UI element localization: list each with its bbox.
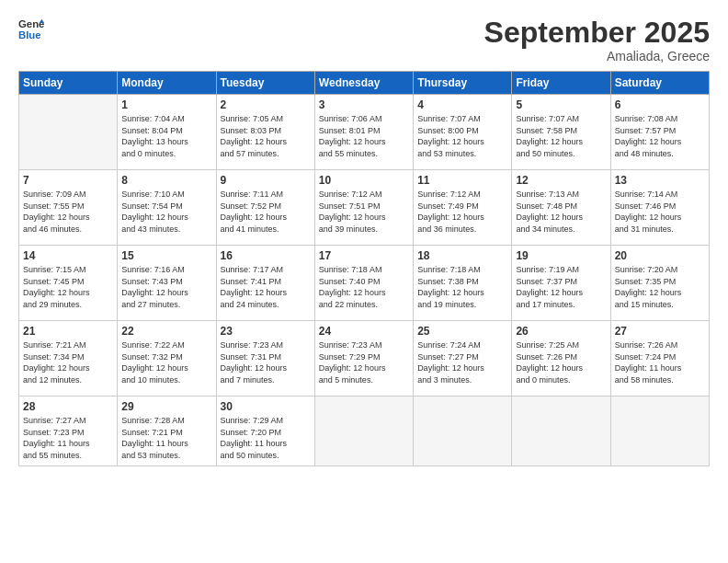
day-number: 26 — [516, 325, 606, 338]
page-header: General Blue September 2025 Amaliada, Gr… — [18, 17, 710, 63]
day-number: 3 — [319, 98, 409, 111]
day-info: Sunrise: 7:20 AM Sunset: 7:35 PM Dayligh… — [615, 264, 705, 310]
day-number: 5 — [516, 98, 606, 111]
day-number: 7 — [23, 174, 113, 187]
day-number: 15 — [121, 249, 211, 262]
day-info: Sunrise: 7:29 AM Sunset: 7:20 PM Dayligh… — [221, 415, 311, 461]
calendar-cell: 5Sunrise: 7:07 AM Sunset: 7:58 PM Daylig… — [512, 95, 610, 170]
calendar-cell: 29Sunrise: 7:28 AM Sunset: 7:21 PM Dayli… — [118, 396, 216, 465]
calendar-cell: 20Sunrise: 7:20 AM Sunset: 7:35 PM Dayli… — [610, 246, 709, 321]
calendar-cell: 25Sunrise: 7:24 AM Sunset: 7:27 PM Dayli… — [414, 321, 512, 396]
day-info: Sunrise: 7:12 AM Sunset: 7:51 PM Dayligh… — [319, 189, 409, 235]
day-number: 30 — [221, 400, 311, 413]
day-number: 20 — [615, 249, 705, 262]
day-info: Sunrise: 7:23 AM Sunset: 7:29 PM Dayligh… — [319, 339, 409, 385]
day-info: Sunrise: 7:27 AM Sunset: 7:23 PM Dayligh… — [23, 415, 113, 461]
calendar-cell — [414, 396, 512, 465]
header-monday: Monday — [118, 72, 216, 95]
calendar-week-1: 7Sunrise: 7:09 AM Sunset: 7:55 PM Daylig… — [19, 170, 710, 246]
calendar-cell: 9Sunrise: 7:11 AM Sunset: 7:52 PM Daylig… — [216, 170, 314, 246]
day-info: Sunrise: 7:15 AM Sunset: 7:45 PM Dayligh… — [23, 264, 113, 310]
calendar-cell: 7Sunrise: 7:09 AM Sunset: 7:55 PM Daylig… — [19, 170, 118, 246]
calendar-cell: 10Sunrise: 7:12 AM Sunset: 7:51 PM Dayli… — [314, 170, 413, 246]
day-number: 6 — [615, 98, 705, 111]
day-info: Sunrise: 7:04 AM Sunset: 8:04 PM Dayligh… — [121, 113, 211, 159]
day-number: 21 — [23, 325, 113, 338]
calendar-cell: 18Sunrise: 7:18 AM Sunset: 7:38 PM Dayli… — [414, 246, 512, 321]
day-info: Sunrise: 7:26 AM Sunset: 7:24 PM Dayligh… — [615, 339, 705, 385]
day-info: Sunrise: 7:17 AM Sunset: 7:41 PM Dayligh… — [221, 264, 311, 310]
header-row: Sunday Monday Tuesday Wednesday Thursday… — [19, 72, 710, 95]
day-number: 27 — [615, 325, 705, 338]
day-number: 4 — [417, 98, 507, 111]
calendar-cell: 15Sunrise: 7:16 AM Sunset: 7:43 PM Dayli… — [118, 246, 216, 321]
day-info: Sunrise: 7:14 AM Sunset: 7:46 PM Dayligh… — [615, 189, 705, 235]
calendar-week-4: 28Sunrise: 7:27 AM Sunset: 7:23 PM Dayli… — [19, 396, 710, 465]
calendar-table: Sunday Monday Tuesday Wednesday Thursday… — [18, 71, 710, 465]
day-number: 8 — [121, 174, 211, 187]
calendar-cell: 11Sunrise: 7:12 AM Sunset: 7:49 PM Dayli… — [414, 170, 512, 246]
day-number: 10 — [319, 174, 409, 187]
day-info: Sunrise: 7:25 AM Sunset: 7:26 PM Dayligh… — [516, 339, 606, 385]
calendar-cell — [610, 396, 709, 465]
calendar-cell: 24Sunrise: 7:23 AM Sunset: 7:29 PM Dayli… — [314, 321, 413, 396]
day-number: 29 — [121, 400, 211, 413]
day-info: Sunrise: 7:07 AM Sunset: 8:00 PM Dayligh… — [417, 113, 507, 159]
day-info: Sunrise: 7:18 AM Sunset: 7:40 PM Dayligh… — [319, 264, 409, 310]
location-subtitle: Amaliada, Greece — [484, 49, 710, 63]
header-thursday: Thursday — [414, 72, 512, 95]
calendar-page: General Blue September 2025 Amaliada, Gr… — [0, 0, 728, 563]
day-number: 25 — [417, 325, 507, 338]
day-number: 13 — [615, 174, 705, 187]
day-number: 9 — [221, 174, 311, 187]
day-number: 23 — [221, 325, 311, 338]
day-info: Sunrise: 7:18 AM Sunset: 7:38 PM Dayligh… — [417, 264, 507, 310]
logo: General Blue — [18, 17, 44, 42]
day-info: Sunrise: 7:23 AM Sunset: 7:31 PM Dayligh… — [221, 339, 311, 385]
day-info: Sunrise: 7:19 AM Sunset: 7:37 PM Dayligh… — [516, 264, 606, 310]
logo-icon: General Blue — [18, 17, 44, 42]
header-sunday: Sunday — [19, 72, 118, 95]
day-info: Sunrise: 7:21 AM Sunset: 7:34 PM Dayligh… — [23, 339, 113, 385]
day-number: 24 — [319, 325, 409, 338]
day-number: 28 — [23, 400, 113, 413]
calendar-cell: 8Sunrise: 7:10 AM Sunset: 7:54 PM Daylig… — [118, 170, 216, 246]
day-info: Sunrise: 7:11 AM Sunset: 7:52 PM Dayligh… — [221, 189, 311, 235]
header-friday: Friday — [512, 72, 610, 95]
header-tuesday: Tuesday — [216, 72, 314, 95]
day-number: 1 — [121, 98, 211, 111]
calendar-cell — [19, 95, 118, 170]
calendar-week-3: 21Sunrise: 7:21 AM Sunset: 7:34 PM Dayli… — [19, 321, 710, 396]
calendar-cell: 1Sunrise: 7:04 AM Sunset: 8:04 PM Daylig… — [118, 95, 216, 170]
calendar-cell: 23Sunrise: 7:23 AM Sunset: 7:31 PM Dayli… — [216, 321, 314, 396]
calendar-cell: 27Sunrise: 7:26 AM Sunset: 7:24 PM Dayli… — [610, 321, 709, 396]
calendar-week-2: 14Sunrise: 7:15 AM Sunset: 7:45 PM Dayli… — [19, 246, 710, 321]
calendar-cell — [314, 396, 413, 465]
calendar-cell: 4Sunrise: 7:07 AM Sunset: 8:00 PM Daylig… — [414, 95, 512, 170]
calendar-cell: 3Sunrise: 7:06 AM Sunset: 8:01 PM Daylig… — [314, 95, 413, 170]
day-info: Sunrise: 7:13 AM Sunset: 7:48 PM Dayligh… — [516, 189, 606, 235]
calendar-cell: 13Sunrise: 7:14 AM Sunset: 7:46 PM Dayli… — [610, 170, 709, 246]
calendar-cell — [512, 396, 610, 465]
calendar-cell: 22Sunrise: 7:22 AM Sunset: 7:32 PM Dayli… — [118, 321, 216, 396]
day-number: 19 — [516, 249, 606, 262]
day-number: 14 — [23, 249, 113, 262]
calendar-cell: 14Sunrise: 7:15 AM Sunset: 7:45 PM Dayli… — [19, 246, 118, 321]
day-info: Sunrise: 7:05 AM Sunset: 8:03 PM Dayligh… — [221, 113, 311, 159]
calendar-cell: 12Sunrise: 7:13 AM Sunset: 7:48 PM Dayli… — [512, 170, 610, 246]
calendar-cell: 16Sunrise: 7:17 AM Sunset: 7:41 PM Dayli… — [216, 246, 314, 321]
day-number: 18 — [417, 249, 507, 262]
day-info: Sunrise: 7:16 AM Sunset: 7:43 PM Dayligh… — [121, 264, 211, 310]
day-number: 11 — [417, 174, 507, 187]
svg-text:Blue: Blue — [18, 29, 41, 40]
calendar-cell: 30Sunrise: 7:29 AM Sunset: 7:20 PM Dayli… — [216, 396, 314, 465]
calendar-cell: 17Sunrise: 7:18 AM Sunset: 7:40 PM Dayli… — [314, 246, 413, 321]
day-info: Sunrise: 7:10 AM Sunset: 7:54 PM Dayligh… — [121, 189, 211, 235]
header-saturday: Saturday — [610, 72, 709, 95]
day-info: Sunrise: 7:22 AM Sunset: 7:32 PM Dayligh… — [121, 339, 211, 385]
day-number: 16 — [221, 249, 311, 262]
calendar-cell: 26Sunrise: 7:25 AM Sunset: 7:26 PM Dayli… — [512, 321, 610, 396]
calendar-cell: 2Sunrise: 7:05 AM Sunset: 8:03 PM Daylig… — [216, 95, 314, 170]
day-info: Sunrise: 7:12 AM Sunset: 7:49 PM Dayligh… — [417, 189, 507, 235]
day-info: Sunrise: 7:28 AM Sunset: 7:21 PM Dayligh… — [121, 415, 211, 461]
